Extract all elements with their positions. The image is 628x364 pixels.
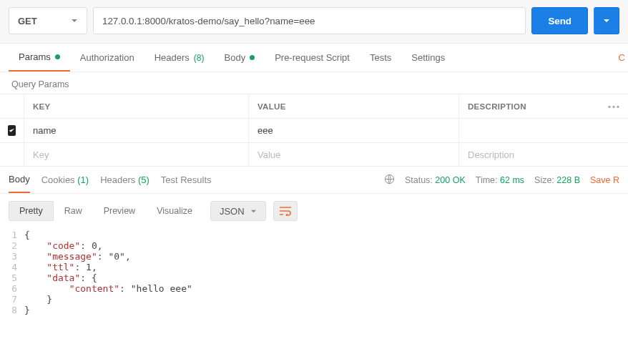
wrap-lines-button[interactable] [273, 201, 298, 221]
code-line: 3 "message": "0", [0, 251, 628, 262]
bulk-edit-icon[interactable]: ••• [608, 102, 621, 111]
param-desc-input[interactable] [459, 119, 628, 142]
query-params-header-row: KEY VALUE DESCRIPTION ••• [0, 94, 628, 118]
chevron-down-icon [250, 206, 257, 217]
view-raw[interactable]: Raw [54, 201, 93, 221]
tab-settings[interactable]: Settings [401, 44, 455, 72]
tab-body[interactable]: Body [215, 44, 265, 72]
send-button[interactable]: Send [531, 7, 588, 34]
modified-dot-icon [55, 54, 60, 59]
code-line: 7 } [0, 294, 628, 305]
code-line: 2 "code": 0, [0, 240, 628, 251]
http-method-select[interactable]: GET [9, 7, 87, 34]
response-tab-body[interactable]: Body [9, 174, 30, 193]
tab-label: Params [19, 51, 51, 62]
response-tab-test-results[interactable]: Test Results [161, 174, 212, 185]
param-key-input[interactable]: name [24, 119, 249, 142]
chevron-down-icon [71, 16, 78, 26]
view-visualize[interactable]: Visualize [146, 201, 203, 221]
http-method-value: GET [18, 16, 37, 26]
col-description: DESCRIPTION ••• [459, 94, 628, 118]
save-response-button[interactable]: Save R [590, 175, 619, 185]
tab-headers[interactable]: Headers (8) [144, 44, 215, 72]
param-value-input[interactable]: Value [249, 143, 459, 166]
response-tab-headers[interactable]: Headers (5) [100, 174, 149, 185]
tab-params[interactable]: Params [9, 44, 70, 72]
view-preview[interactable]: Preview [93, 201, 146, 221]
query-param-row: name eee [0, 118, 628, 142]
view-pretty[interactable]: Pretty [9, 201, 54, 221]
col-value: VALUE [249, 94, 459, 118]
tab-label: Tests [370, 52, 391, 63]
code-line: 4 "ttl": 1, [0, 262, 628, 272]
tab-label: Settings [411, 52, 445, 63]
status-label: Status: 200 OK [405, 175, 466, 185]
response-body-json[interactable]: 1{2 "code": 0,3 "message": "0",4 "ttl": … [0, 228, 628, 330]
response-tab-cookies[interactable]: Cookies (1) [41, 174, 89, 185]
col-key: KEY [24, 94, 249, 118]
code-line: 8} [0, 305, 628, 315]
param-value-input[interactable]: eee [249, 119, 459, 142]
code-line: 6 "content": "hello eee" [0, 283, 628, 294]
param-desc-input[interactable]: Description [459, 143, 628, 166]
query-params-title: Query Params [0, 72, 628, 94]
query-param-new-row: Key Value Description [0, 142, 628, 167]
time-label: Time: 62 ms [476, 175, 524, 185]
cookies-link[interactable]: C [619, 52, 625, 63]
code-line: 1{ [0, 230, 628, 240]
body-format-select[interactable]: JSON [210, 201, 266, 221]
tab-label: Pre-request Script [275, 52, 350, 63]
tab-count: (8) [194, 53, 205, 63]
row-checkbox[interactable] [8, 125, 16, 136]
globe-icon[interactable] [384, 174, 395, 187]
send-dropdown-button[interactable] [594, 7, 619, 34]
code-line: 5 "data": { [0, 272, 628, 283]
tab-authorization[interactable]: Authorization [70, 44, 144, 72]
tab-label: Headers [154, 52, 190, 63]
tab-label: Body [225, 52, 246, 63]
size-label: Size: 228 B [534, 175, 580, 185]
tab-label: Authorization [80, 52, 134, 63]
param-key-input[interactable]: Key [24, 143, 249, 166]
tab-tests[interactable]: Tests [360, 44, 401, 72]
modified-dot-icon [250, 55, 255, 60]
body-view-mode: Pretty Raw Preview Visualize [9, 201, 203, 221]
tab-pre-request-script[interactable]: Pre-request Script [265, 44, 360, 72]
request-url-input[interactable] [93, 7, 526, 34]
